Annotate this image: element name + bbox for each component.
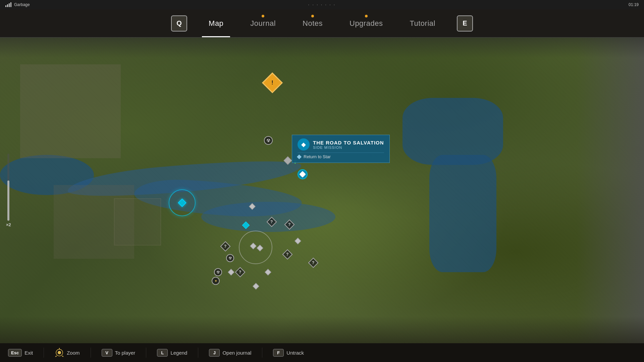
notes-dot (311, 15, 314, 17)
nav-tabs: Q Map Journal Notes Upgrades Tutorial E (163, 9, 481, 37)
separator-2 (91, 348, 91, 358)
question-marker-6[interactable]: ? (236, 268, 244, 276)
map-background: ×2 ! ☢ ▼ (0, 38, 644, 343)
key-l: L (157, 349, 168, 357)
tab-upgrades[interactable]: Upgrades (336, 9, 396, 37)
zoom-label: ×2 (6, 222, 11, 227)
objective-diamond-icon (297, 154, 302, 159)
key-esc: Esc (8, 349, 22, 357)
untrack-label: Untrack (286, 350, 304, 356)
mission-tooltip: ◆ THE ROAD TO SALVATION SIDE MISSION Ret… (292, 135, 390, 163)
question-marker-5[interactable]: ? (310, 259, 317, 266)
system-time: 01:19 (629, 2, 639, 7)
zoom-icon (55, 348, 64, 357)
nav-key-q[interactable]: Q (171, 15, 187, 32)
action-exit[interactable]: Esc Exit (8, 349, 33, 357)
mission-title: THE ROAD TO SALVATION (313, 140, 384, 145)
mission-title-block: THE ROAD TO SALVATION SIDE MISSION (313, 140, 384, 149)
tab-journal[interactable]: Journal (237, 9, 289, 37)
nav-key-e[interactable]: E (457, 15, 473, 32)
mission-type: SIDE MISSION (313, 145, 384, 149)
svg-line-4 (62, 356, 63, 357)
tab-notes[interactable]: Notes (289, 9, 336, 37)
nav-bar: Q Map Journal Notes Upgrades Tutorial E (0, 9, 644, 38)
nuclear-marker-3[interactable]: ☢ (214, 268, 222, 276)
diamond-lower-1[interactable] (229, 270, 233, 275)
objective-text: Return to Star (304, 154, 331, 159)
journal-dot (262, 15, 264, 17)
action-legend[interactable]: L Legend (157, 349, 187, 357)
system-bar: Garbage · · · · · · · 01:19 (0, 0, 644, 9)
question-marker-4[interactable]: ? (284, 251, 291, 258)
key-v: V (102, 349, 112, 357)
exit-label: Exit (24, 350, 33, 356)
question-marker-2[interactable]: ? (286, 221, 293, 228)
zoom-label-text: Zoom (67, 350, 79, 356)
key-j: J (209, 349, 220, 357)
bottom-bar: Esc Exit Zoom V To player L Legend J Ope… (0, 343, 644, 362)
fog-bottom (0, 316, 644, 343)
key-f: F (273, 349, 284, 357)
svg-point-1 (58, 351, 61, 354)
separator-5 (262, 348, 262, 358)
action-zoom[interactable]: Zoom (55, 348, 79, 357)
map-area[interactable]: ×2 ! ☢ ▼ (0, 38, 644, 343)
separator-4 (198, 348, 198, 358)
diamond-marker-small-2[interactable] (251, 244, 256, 248)
terrain-texture (0, 38, 644, 343)
signal-icon (5, 2, 11, 7)
question-marker-3[interactable]: ? (222, 243, 229, 250)
diamond-marker-1[interactable] (285, 158, 291, 164)
diamond-marker-small-1[interactable] (250, 204, 255, 209)
diamond-marker-small-5[interactable] (266, 270, 270, 275)
separator-1 (44, 348, 44, 358)
mission-header: ◆ THE ROAD TO SALVATION SIDE MISSION (298, 138, 384, 150)
upgrades-dot (365, 15, 368, 17)
question-marker-1[interactable]: ? (268, 218, 275, 226)
tab-map[interactable]: Map (195, 9, 237, 37)
zoom-bar (7, 154, 9, 221)
action-untrack[interactable]: F Untrack (273, 349, 304, 357)
diamond-marker-small-3[interactable] (258, 246, 262, 250)
system-bar-left: Garbage (5, 2, 30, 7)
action-to-player[interactable]: V To player (102, 349, 136, 357)
player-diamond (178, 198, 186, 207)
target-circle (239, 231, 272, 264)
diamond-marker-small-6[interactable] (254, 284, 258, 289)
separator-3 (146, 348, 146, 358)
zoom-svg-icon (55, 348, 64, 357)
player-marker[interactable] (179, 200, 185, 206)
app-name: Garbage (14, 2, 30, 7)
tab-tutorial[interactable]: Tutorial (396, 9, 449, 37)
svg-line-3 (55, 356, 57, 357)
mission-icon: ◆ (298, 138, 310, 150)
system-center-bar: · · · · · · · (308, 2, 336, 7)
diamond-marker-small-4[interactable] (296, 239, 300, 243)
zoom-indicator: ×2 (6, 154, 11, 227)
mission-objective: Return to Star (298, 153, 384, 159)
zoom-bar-fill (7, 181, 9, 221)
nuclear-marker-2[interactable]: ☢ (226, 254, 234, 262)
to-player-label: To player (115, 350, 136, 356)
nuclear-marker-1[interactable]: ☢ (264, 136, 273, 145)
action-open-journal[interactable]: J Open journal (209, 349, 251, 357)
mission-marker[interactable] (298, 169, 308, 179)
cyan-diamond-marker[interactable] (243, 223, 249, 228)
shield-marker[interactable]: ✦ (212, 277, 220, 285)
legend-label: Legend (170, 350, 187, 356)
open-journal-label: Open journal (222, 350, 251, 356)
